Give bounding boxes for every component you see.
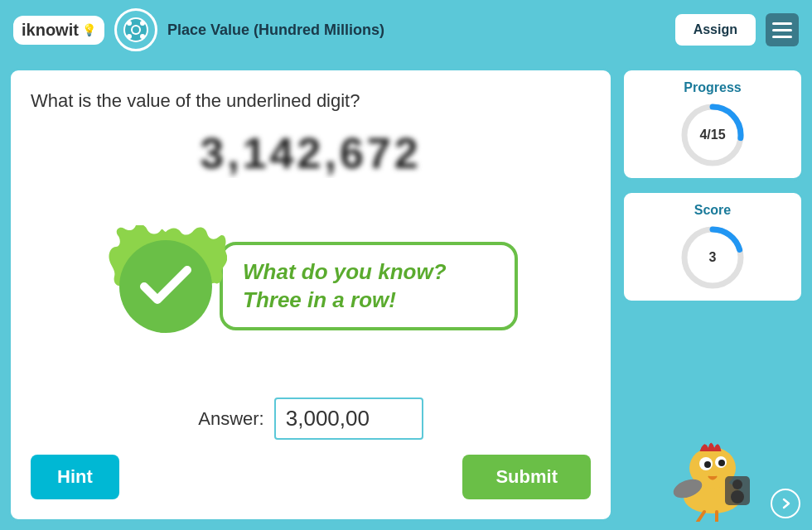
svg-point-20 xyxy=(732,479,742,489)
lesson-icon xyxy=(114,8,157,51)
svg-point-24 xyxy=(777,495,794,512)
svg-point-16 xyxy=(704,461,711,468)
progress-value: 4/15 xyxy=(699,128,725,142)
svg-line-22 xyxy=(698,512,704,522)
svg-point-17 xyxy=(718,460,725,466)
progress-circle: 4/15 xyxy=(679,102,746,168)
menu-button[interactable] xyxy=(766,13,799,46)
answer-row: Answer: xyxy=(31,398,591,440)
svg-point-6 xyxy=(140,34,145,39)
progress-label: Progress xyxy=(684,80,741,95)
svg-point-5 xyxy=(127,34,132,39)
number-display: 3,142,672 xyxy=(31,128,591,178)
message-bubble: What do you know? Three in a row! xyxy=(220,242,518,331)
score-section: Score 3 xyxy=(621,190,804,303)
menu-line-3 xyxy=(772,36,792,38)
svg-point-3 xyxy=(127,21,132,26)
number-value: 3,142,672 xyxy=(200,128,421,178)
bottom-buttons: Hint Submit xyxy=(31,455,591,499)
message-line-2: Three in a row! xyxy=(243,287,495,315)
logo-text: iknowit xyxy=(22,21,79,40)
film-icon xyxy=(123,17,149,43)
svg-point-2 xyxy=(133,26,139,33)
achievement-area: What do you know? Three in a row! xyxy=(31,195,591,378)
score-label: Score xyxy=(694,203,731,218)
svg-point-21 xyxy=(731,490,744,504)
progress-section: Progress 4/15 xyxy=(621,68,804,181)
submit-button[interactable]: Submit xyxy=(462,455,591,499)
assign-button[interactable]: Assign xyxy=(675,14,756,46)
logo: iknowit 💡 xyxy=(13,16,104,45)
achievement-badge xyxy=(104,224,228,349)
bulb-icon: 💡 xyxy=(82,23,96,36)
character-area xyxy=(621,313,804,522)
hint-button[interactable]: Hint xyxy=(31,455,119,499)
left-panel: What is the value of the underlined digi… xyxy=(8,68,613,522)
svg-point-4 xyxy=(140,21,145,26)
badge-svg xyxy=(104,225,227,348)
score-circle: 3 xyxy=(679,224,746,291)
next-arrow[interactable] xyxy=(771,489,800,518)
answer-input[interactable] xyxy=(274,398,423,440)
character-svg xyxy=(638,389,787,522)
right-panel: Progress 4/15 Score 3 xyxy=(621,68,804,522)
message-line-1: What do you know? xyxy=(243,258,495,287)
question-text: What is the value of the underlined digi… xyxy=(31,90,591,112)
score-value: 3 xyxy=(709,250,717,265)
arrow-right-icon xyxy=(777,495,794,512)
answer-label: Answer: xyxy=(198,408,263,430)
main-content: What is the value of the underlined digi… xyxy=(0,60,812,530)
header: iknowit 💡 Place Value (Hundred Millions)… xyxy=(0,0,812,60)
lesson-title: Place Value (Hundred Millions) xyxy=(167,22,665,39)
menu-line-2 xyxy=(772,29,792,31)
menu-line-1 xyxy=(772,22,792,25)
